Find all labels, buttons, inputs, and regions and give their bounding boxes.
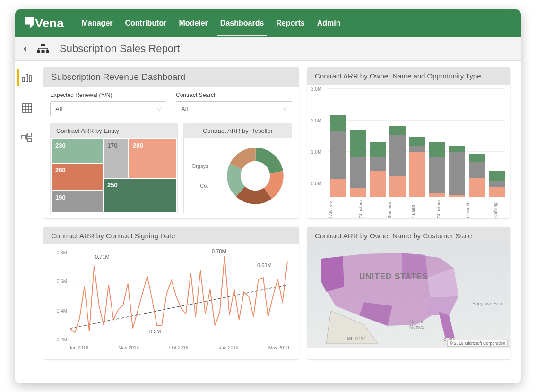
chart-annotation: 0.78M: [212, 248, 226, 254]
treemap-cell[interactable]: 260: [52, 164, 103, 190]
bar-category-label: Kevin Chastain: [358, 200, 391, 218]
sidebar-item-charts[interactable]: [17, 69, 35, 86]
donut-label: Orgsys: [192, 163, 208, 169]
svg-rect-12: [21, 136, 26, 139]
card-state-map: Contract ARR by Owner Name by Customer S…: [307, 227, 510, 359]
filter-renewal-value: All: [55, 105, 62, 113]
svg-text:0.6M: 0.6M: [57, 279, 67, 284]
hierarchy-icon[interactable]: [37, 44, 49, 54]
bar-segment[interactable]: [469, 162, 485, 179]
filter-search-value: All: [181, 105, 188, 113]
stacked-bar-chart[interactable]: 3.0M 2.0M 1.0M 0.0M Miguel AlvarezKevin …: [310, 88, 508, 216]
map-label-sargasso: Sargasso Sea: [472, 301, 502, 306]
panel-reseller-title: Contract ARR by Reseller: [184, 123, 292, 138]
svg-rect-0: [41, 44, 45, 46]
svg-text:0.2M: 0.2M: [57, 337, 67, 342]
svg-rect-6: [29, 76, 31, 82]
bar-segment[interactable]: [409, 137, 425, 146]
us-choropleth-map[interactable]: UNITED STATES MEXICO Sargasso Sea Gulf o…: [307, 244, 510, 348]
card-owner-bars: Contract ARR by Owner Name and Opportuni…: [307, 67, 510, 218]
bar-category-label: Rishi Kahling: [492, 202, 510, 218]
bar-segment[interactable]: [330, 115, 346, 131]
treemap-cell[interactable]: 280: [129, 139, 176, 178]
line-chart[interactable]: 0.2M0.4M0.6M0.8MJan 2018May 2018Oct 2018…: [50, 249, 292, 353]
nav-manager[interactable]: Manager: [82, 10, 113, 36]
bar-chart-icon: [22, 72, 32, 83]
bar-category-label: Kevin Chastain: [436, 200, 469, 218]
panel-entity-treemap: Contract ARR by Entity 230 260 190 170 2…: [50, 123, 178, 214]
app-window: Vena Manager Contributor Modeler Dashboa…: [15, 9, 521, 383]
filter-search-select[interactable]: All ▽: [176, 101, 292, 116]
svg-text:0.8M: 0.8M: [57, 250, 67, 255]
bar[interactable]: [330, 115, 346, 197]
ytick: 0.0M: [311, 181, 321, 186]
main-body: Subscription Revenue Dashboard Expected …: [15, 61, 521, 383]
dashboard-grid: Subscription Revenue Dashboard Expected …: [39, 61, 521, 383]
svg-rect-13: [27, 133, 32, 136]
donut-legend: Orgsys Co.: [192, 163, 223, 189]
treemap-cell[interactable]: 170: [104, 139, 128, 178]
nav-contributor[interactable]: Contributor: [125, 10, 167, 36]
bar-segment[interactable]: [409, 146, 425, 152]
map-country-label: UNITED STATES: [359, 272, 428, 281]
map-label-mexico: MEXICO: [347, 336, 365, 341]
panel-owner-title: Contract ARR by Owner Name and Opportuni…: [307, 67, 510, 85]
nav-reports[interactable]: Reports: [276, 10, 304, 36]
bar-segment[interactable]: [429, 142, 445, 157]
logo-icon: [25, 17, 34, 29]
chart-annotation: 0.71M: [95, 254, 110, 260]
chevron-down-icon: ▽: [157, 105, 161, 112]
chevron-down-icon: ▽: [283, 105, 287, 112]
svg-text:May 2019: May 2019: [268, 345, 289, 350]
svg-rect-2: [42, 50, 45, 53]
svg-rect-3: [46, 50, 49, 53]
ytick: 3.0M: [311, 87, 321, 92]
bar-segment[interactable]: [370, 157, 386, 171]
bar-segment[interactable]: [350, 157, 366, 188]
table-icon: [22, 103, 32, 113]
svg-text:0.4M: 0.4M: [57, 308, 67, 314]
brand-logo: Vena: [25, 16, 64, 31]
chart-annotation: 0.63M: [257, 262, 272, 268]
filter-search-label: Contract Search: [176, 92, 292, 98]
bar-segment[interactable]: [370, 142, 386, 157]
svg-text:Oct 2018: Oct 2018: [169, 345, 189, 350]
back-button[interactable]: ‹: [24, 44, 26, 53]
bar-segment[interactable]: [469, 154, 485, 162]
treemap-cell[interactable]: 230: [52, 139, 103, 163]
nav-modeler[interactable]: Modeler: [179, 10, 208, 36]
panel-reseller-donut: Contract ARR by Reseller Orgsys Co.: [183, 123, 292, 214]
nav-admin[interactable]: Admin: [317, 10, 341, 36]
treemap-cell[interactable]: 250: [104, 179, 176, 212]
svg-rect-7: [22, 104, 32, 112]
breadcrumb-bar: ‹ Subscription Sales Report: [15, 37, 521, 61]
nav-dashboards[interactable]: Dashboards: [220, 10, 264, 36]
donut-chart[interactable]: [227, 148, 284, 204]
treemap-cell[interactable]: 190: [52, 191, 103, 212]
bar-segment[interactable]: [350, 130, 366, 157]
bar-segment[interactable]: [489, 171, 505, 181]
filter-renewal-label: Expected Renewal (Y/N): [50, 92, 166, 98]
donut-label: Co.: [200, 183, 208, 189]
brand-name: Vena: [35, 16, 64, 31]
svg-rect-5: [26, 74, 28, 82]
bar-segment[interactable]: [389, 135, 406, 176]
map-credit: © 2019 Microsoft Corporation: [447, 340, 508, 347]
sidebar-item-table[interactable]: [18, 99, 35, 116]
panel-state-title: Contract ARR by Owner Name by Customer S…: [307, 227, 510, 244]
filter-renewal-select[interactable]: All ▽: [50, 101, 166, 116]
treemap-chart[interactable]: 230 260 190 170 250 280: [51, 138, 177, 214]
bar-segment[interactable]: [330, 131, 346, 179]
svg-text:Jan 2019: Jan 2019: [219, 345, 239, 350]
panel-entity-title: Contract ARR by Entity: [51, 123, 177, 138]
svg-text:Jan 2018: Jan 2018: [69, 345, 89, 350]
card-signing-line: Contract ARR by Contract Signing Date 0.…: [43, 227, 299, 359]
left-sidebar: [15, 61, 39, 383]
chart-annotation: 0.3M: [149, 329, 161, 334]
bar-segment[interactable]: [389, 126, 406, 135]
svg-text:May 2018: May 2018: [118, 345, 139, 350]
bar-segment[interactable]: [449, 146, 465, 152]
sidebar-item-tree[interactable]: [18, 130, 35, 147]
treemap-icon: [21, 133, 33, 143]
card-subscription-revenue: Subscription Revenue Dashboard Expected …: [43, 67, 299, 218]
